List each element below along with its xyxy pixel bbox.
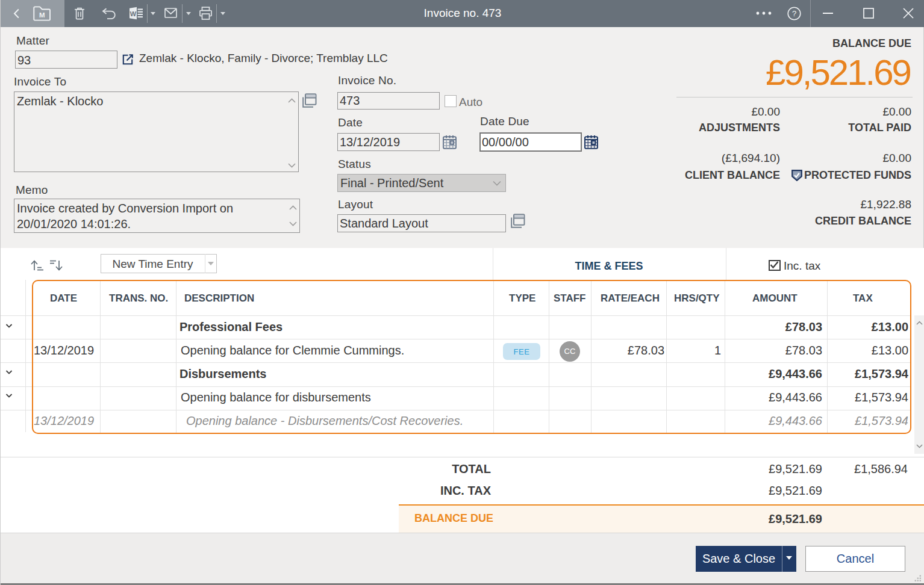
svg-text:M: M [39, 11, 45, 19]
svg-text:W: W [130, 10, 137, 17]
svg-text:?: ? [792, 9, 796, 18]
